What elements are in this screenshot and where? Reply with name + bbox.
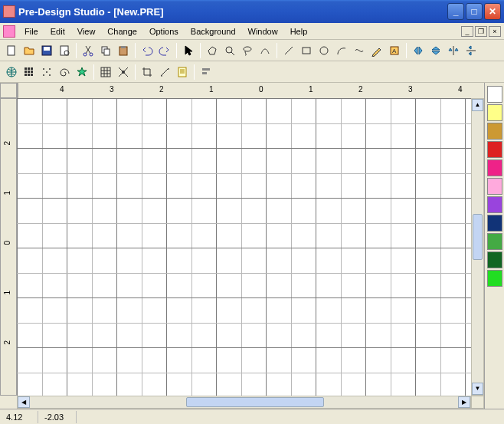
arc-tool[interactable] [333,42,350,59]
curve-tool[interactable] [351,42,368,59]
spiral-tool[interactable] [56,64,73,81]
line-tool[interactable] [280,42,297,59]
copy-button[interactable] [97,42,114,59]
maximize-button[interactable]: □ [466,3,483,20]
menu-view[interactable]: View [71,25,102,38]
mirror-h-button[interactable] [445,42,462,59]
svg-point-31 [49,74,51,76]
ruler-tick: 2 [358,85,363,94]
menu-background[interactable]: Background [185,25,242,38]
workspace: 432101234 21012 ▲ ▼ ◀ ▶ [0,83,504,409]
menu-window[interactable]: Window [242,25,284,38]
open-button[interactable] [21,42,38,59]
menu-options[interactable]: Options [143,25,185,38]
pencil-tool[interactable] [368,42,385,59]
color-swatch[interactable] [487,104,502,121]
flip-horizontal-button[interactable] [410,42,427,59]
color-swatch[interactable] [487,178,502,195]
mdi-minimize-button[interactable]: _ [461,26,473,37]
svg-rect-2 [44,47,50,51]
svg-rect-13 [303,48,310,54]
color-swatch[interactable] [487,251,502,268]
horizontal-scrollbar[interactable]: ◀ ▶ [17,396,471,409]
ruler-tick: 3 [408,85,413,94]
svg-rect-8 [104,49,110,55]
zoom-tool[interactable] [221,42,238,59]
redo-button[interactable] [156,42,173,59]
text-tool[interactable]: A [386,42,403,59]
rectangle-tool[interactable] [298,42,315,59]
ruler-tick: 1 [209,85,214,94]
globe-tool[interactable] [3,64,20,81]
svg-rect-19 [28,67,30,70]
scroll-right-arrow[interactable]: ▶ [458,396,470,408]
svg-rect-20 [31,67,33,70]
svg-rect-36 [202,72,207,74]
cut-button[interactable] [80,42,97,59]
color-swatch[interactable] [487,196,502,213]
scroll-down-arrow[interactable]: ▼ [472,383,483,395]
scroll-up-arrow[interactable]: ▲ [472,99,483,111]
document-icon[interactable] [3,25,15,38]
color-swatch[interactable] [487,159,502,176]
minimize-button[interactable]: _ [447,3,464,20]
new-button[interactable] [3,42,20,59]
print-preview-button[interactable] [56,42,73,59]
svg-point-6 [90,53,93,56]
grid-toggle-button[interactable] [97,64,114,81]
undo-button[interactable] [139,42,155,59]
svg-rect-18 [25,67,27,70]
secondary-toolbar [0,61,504,83]
polygon-tool[interactable] [204,42,221,59]
menu-help[interactable]: Help [284,25,314,38]
scroll-left-arrow[interactable]: ◀ [18,396,30,408]
svg-point-27 [43,68,44,70]
menu-edit[interactable]: Edit [44,25,71,38]
horizontal-ruler: 432101234 [17,83,18,98]
star-tool[interactable] [74,64,90,81]
ruler-tick: 4 [60,85,64,94]
color-swatch[interactable] [487,233,502,250]
color-swatch[interactable] [487,123,502,140]
notes-button[interactable] [174,64,191,81]
freehand-tool[interactable] [257,42,273,59]
mirror-v-button[interactable] [463,42,479,59]
crop-tool[interactable] [139,64,155,81]
ruler-tick: 0 [3,241,11,245]
vertical-scrollbar[interactable]: ▲ ▼ [471,98,484,396]
scroll-thumb-h[interactable] [186,397,324,407]
svg-rect-21 [25,71,27,73]
close-button[interactable]: ✕ [484,3,501,20]
lasso-tool[interactable] [239,42,256,59]
pointer-tool[interactable] [180,42,197,59]
menu-change[interactable]: Change [101,25,143,38]
align-button[interactable] [198,64,214,81]
ruler-tick: 2 [3,141,11,146]
snap-button[interactable] [115,64,132,81]
menu-file[interactable]: File [18,25,44,38]
svg-point-33 [122,71,125,74]
mdi-restore-button[interactable]: ❐ [475,26,487,37]
grid-dense-button[interactable] [21,64,38,81]
vertical-ruler: 21012 [0,98,17,396]
color-swatch[interactable] [487,270,502,287]
paste-button[interactable] [115,42,132,59]
ellipse-tool[interactable] [316,42,332,59]
svg-rect-35 [202,68,210,71]
svg-rect-34 [178,67,186,77]
svg-point-28 [49,68,51,70]
svg-point-12 [244,47,251,51]
dots-tool[interactable] [38,64,55,81]
svg-rect-24 [25,74,27,76]
color-swatch[interactable] [487,141,502,158]
color-swatch[interactable] [487,215,502,232]
ruler-corner [0,83,17,98]
svg-point-29 [46,71,47,73]
measure-tool[interactable] [156,64,173,81]
color-swatch[interactable] [487,86,502,103]
mdi-close-button[interactable]: × [489,26,501,37]
flip-vertical-button[interactable] [427,42,444,59]
save-button[interactable] [38,42,55,59]
scroll-thumb-v[interactable] [473,214,483,260]
canvas[interactable] [17,98,471,396]
